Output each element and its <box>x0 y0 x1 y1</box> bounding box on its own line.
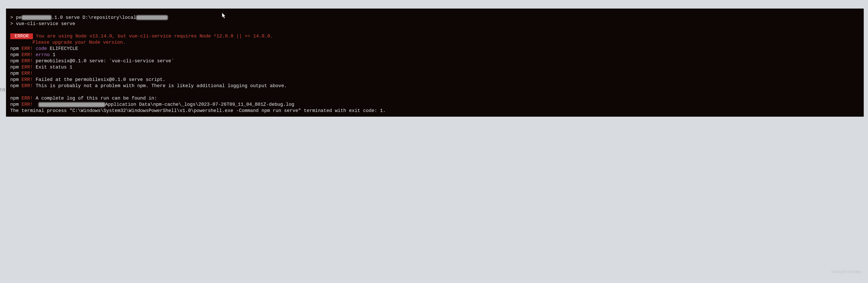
npm-err-line: npm ERR! Application Data\npm-cache\_log… <box>10 102 860 108</box>
error-line-1: ERROR You are using Node v13.14.0, but v… <box>10 33 860 39</box>
redacted-text <box>38 102 105 107</box>
npm-err-line: npm ERR! Exit status 1 <box>10 64 860 70</box>
error-line-2: Please upgrade your Node version. <box>10 39 860 46</box>
blank-line <box>10 27 860 33</box>
terminal-exit-line: The terminal process "C:\Windows\System3… <box>10 108 860 114</box>
command-line-1: > pe.1.0 serve D:\repository\local <box>10 15 860 21</box>
npm-err-line: npm ERR! This is probably not a problem … <box>10 83 860 89</box>
npm-err-line: npm ERR! code ELIFECYCLE <box>10 46 860 52</box>
npm-err-line: npm ERR! A complete log of this run can … <box>10 95 860 102</box>
background-date-text: 7月 <box>0 87 5 92</box>
npm-err-line: npm ERR! <box>10 70 860 77</box>
npm-err-line: npm ERR! errno 1 <box>10 52 860 58</box>
error-badge: ERROR <box>10 33 33 39</box>
mouse-cursor-icon <box>222 13 227 19</box>
terminal-output[interactable]: > pe.1.0 serve D:\repository\local > vue… <box>6 8 864 117</box>
npm-err-line: npm ERR! permobilesix@0.1.0 serve: `vue-… <box>10 58 860 64</box>
blank-line <box>10 89 860 95</box>
npm-err-line: npm ERR! Failed at the permobilesix@0.1.… <box>10 77 860 83</box>
redacted-text <box>22 15 52 20</box>
redacted-text <box>136 15 168 20</box>
command-line-2: > vue-cli-service serve <box>10 21 860 27</box>
